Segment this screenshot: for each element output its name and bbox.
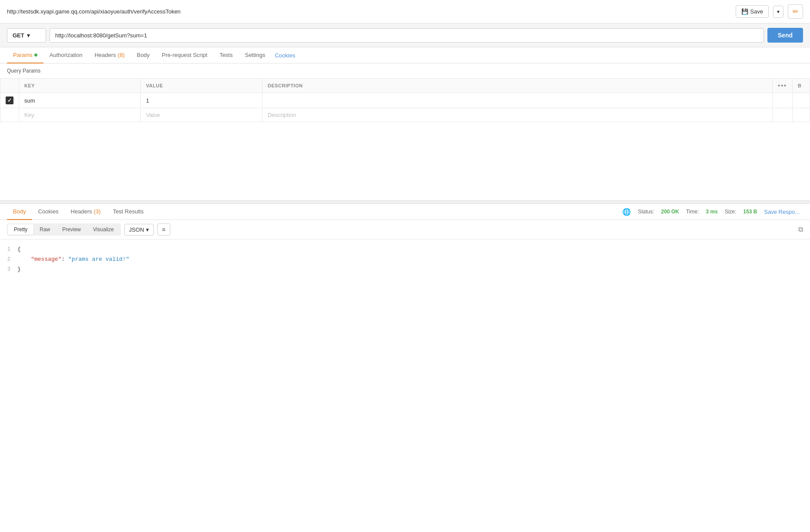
status-code: 200 OK <box>661 209 679 215</box>
format-select-label: JSON <box>129 226 144 233</box>
send-label: Send <box>778 32 793 39</box>
col-header-checkbox <box>0 79 19 93</box>
tab-cookies-link[interactable]: Cookies <box>271 48 299 63</box>
time-label: Time: <box>686 209 699 215</box>
response-tabs-row: Body Cookies Headers (3) Test Results 🌐 … <box>0 204 810 220</box>
response-cookies-tab-label: Cookies <box>38 208 59 215</box>
empty-bulk-cell <box>793 108 810 122</box>
copy-icon: ⧉ <box>798 226 803 233</box>
row-bulk-cell <box>793 93 810 108</box>
code-value-message: "prams are valid!" <box>68 256 129 263</box>
tab-body[interactable]: Body <box>131 47 156 63</box>
tab-params[interactable]: Params <box>7 47 43 63</box>
empty-value-cell[interactable]: Value <box>141 108 262 122</box>
col-header-more: ••• <box>773 79 793 93</box>
request-url-title: http://testsdk.xyapi.game.qq.com/api/xia… <box>7 8 731 15</box>
col-header-value: VALUE <box>141 79 262 93</box>
save-dropdown-button[interactable]: ▾ <box>773 6 783 18</box>
response-headers-tab-label: Headers <box>71 208 92 215</box>
chevron-down-icon: ▾ <box>777 9 780 15</box>
tab-settings[interactable]: Settings <box>239 47 271 63</box>
param-description-cell[interactable] <box>262 93 773 108</box>
edit-icon: ✏ <box>793 8 798 15</box>
empty-description-cell[interactable]: Description <box>262 108 773 122</box>
response-tab-cookies[interactable]: Cookies <box>32 204 65 220</box>
size-label: Size: <box>725 209 737 215</box>
response-section: Body Cookies Headers (3) Test Results 🌐 … <box>0 204 810 279</box>
status-label: Status: <box>638 209 654 215</box>
headers-count: (8) <box>118 52 125 58</box>
time-value: 3 ms <box>706 209 717 215</box>
empty-key-cell[interactable]: Key <box>19 108 141 122</box>
format-tab-preview[interactable]: Preview <box>56 224 87 235</box>
settings-label: Settings <box>245 52 265 58</box>
request-tabs-row: Params Authorization Headers (8) Body Pr… <box>0 47 810 63</box>
size-value: 153 B <box>743 209 757 215</box>
response-body-tab-label: Body <box>13 208 26 215</box>
section-divider <box>0 200 810 204</box>
tab-authorization[interactable]: Authorization <box>43 47 89 63</box>
authorization-label: Authorization <box>50 52 83 58</box>
code-brace-close: } <box>17 265 21 274</box>
query-params-section-title: Query Params <box>0 63 810 78</box>
save-icon: 💾 <box>741 8 748 15</box>
response-tab-body[interactable]: Body <box>7 204 32 220</box>
copy-button[interactable]: ⧉ <box>798 226 803 233</box>
line-number-2: 2 <box>0 256 17 264</box>
code-key-message: "message" <box>31 256 61 263</box>
value-placeholder: Value <box>146 112 160 118</box>
table-row-empty: Key Value Description <box>0 108 810 122</box>
method-selector[interactable]: GET ▾ <box>7 28 46 43</box>
filter-icon: ≡ <box>162 226 166 233</box>
response-code-area: 1 { 2 "message": "prams are valid!" 3 } <box>0 239 810 279</box>
response-test-results-label: Test Results <box>113 208 144 215</box>
tests-label: Tests <box>219 52 232 58</box>
headers-label: Headers <box>95 52 116 58</box>
request-bar: GET ▾ Send <box>0 23 810 47</box>
save-response-button[interactable]: Save Respo... <box>764 209 800 215</box>
format-tab-pretty[interactable]: Pretty <box>8 224 33 235</box>
empty-row-checkbox[interactable] <box>0 108 19 122</box>
checkbox-checked-icon <box>6 96 13 104</box>
method-label: GET <box>13 32 24 39</box>
param-key-value: sum <box>24 97 35 104</box>
send-button[interactable]: Send <box>767 28 803 43</box>
tab-prerequest[interactable]: Pre-request Script <box>156 47 213 63</box>
prerequest-label: Pre-request Script <box>162 52 207 58</box>
more-options-icon[interactable]: ••• <box>778 82 787 89</box>
key-placeholder: Key <box>24 112 34 118</box>
response-tab-test-results[interactable]: Test Results <box>107 204 150 220</box>
edit-button[interactable]: ✏ <box>788 4 803 19</box>
save-response-label: Save Respo... <box>764 209 800 215</box>
format-select[interactable]: JSON ▾ <box>124 224 154 236</box>
globe-button[interactable]: 🌐 <box>622 208 631 216</box>
save-label: Save <box>750 8 763 15</box>
response-headers-count: (3) <box>94 208 101 215</box>
format-select-chevron: ▾ <box>146 226 149 233</box>
url-input[interactable] <box>50 28 764 43</box>
row-more-cell <box>773 93 793 108</box>
table-row: sum 1 <box>0 93 810 108</box>
tab-headers[interactable]: Headers (8) <box>89 47 131 63</box>
filter-button[interactable]: ≡ <box>157 223 170 236</box>
code-line-1: 1 { <box>0 245 810 255</box>
col-header-key: KEY <box>19 79 141 93</box>
empty-more-cell <box>773 108 793 122</box>
row-checkbox-cell[interactable] <box>0 93 19 108</box>
format-tab-raw[interactable]: Raw <box>33 224 56 235</box>
tab-tests[interactable]: Tests <box>213 47 239 63</box>
method-dropdown-icon: ▾ <box>27 32 30 39</box>
response-tab-headers[interactable]: Headers (3) <box>65 204 107 220</box>
line-number-1: 1 <box>0 246 17 254</box>
save-button[interactable]: 💾 Save <box>736 5 769 18</box>
col-header-description: DESCRIPTION <box>262 79 773 93</box>
params-label: Params <box>13 52 33 58</box>
code-line-2: 2 "message": "prams are valid!" <box>0 255 810 265</box>
param-value-cell[interactable]: 1 <box>141 93 262 108</box>
params-active-dot <box>34 53 37 57</box>
format-tab-visualize[interactable]: Visualize <box>87 224 120 235</box>
url-bar: http://testsdk.xyapi.game.qq.com/api/xia… <box>0 0 810 23</box>
line-number-3: 3 <box>0 266 17 274</box>
param-key-cell[interactable]: sum <box>19 93 141 108</box>
params-table: KEY VALUE DESCRIPTION ••• B sum 1 <box>0 78 810 122</box>
